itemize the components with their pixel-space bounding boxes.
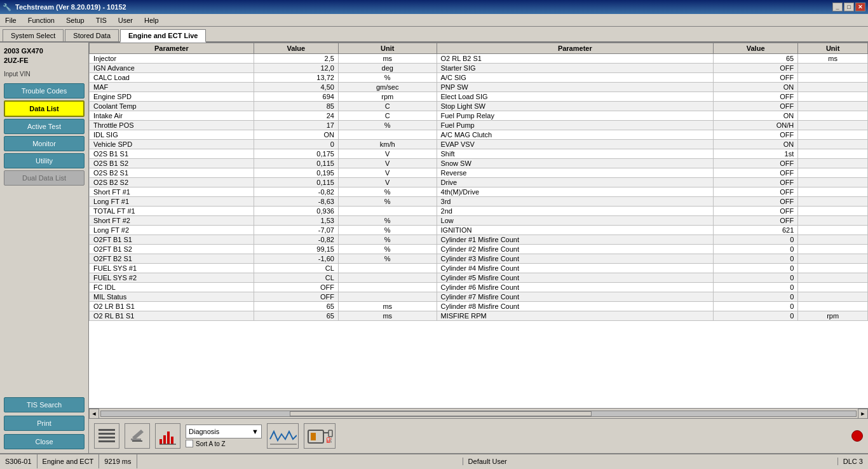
unit2-cell <box>798 168 868 178</box>
unit2-cell <box>798 102 868 111</box>
scroll-right-arrow[interactable]: ► <box>858 409 868 419</box>
param2-cell: EVAP VSV <box>437 140 714 149</box>
svg-rect-14 <box>311 433 316 440</box>
scroll-left-arrow[interactable]: ◄ <box>89 409 99 419</box>
menu-user[interactable]: User <box>116 16 135 25</box>
close-button[interactable]: Close <box>4 434 85 449</box>
table-row: O2FT B1 S299,15%Cylinder #2 Misfire Coun… <box>90 245 868 254</box>
value2-cell: OFF <box>714 207 798 216</box>
tab-system-select[interactable]: System Select <box>3 29 64 41</box>
value1-cell: -1,60 <box>254 254 338 264</box>
value2-cell: 65 <box>714 54 798 64</box>
param1-cell: O2FT B1 S1 <box>90 235 254 245</box>
menu-help[interactable]: Help <box>142 16 161 25</box>
unit1-cell: V <box>338 149 437 159</box>
toolbar-fuel-icon-btn[interactable]: ⛽ <box>304 423 336 449</box>
value1-cell: 0 <box>254 140 338 149</box>
dual-data-list-button: Dual Data List <box>4 170 85 186</box>
toolbar-edit-icon-btn[interactable] <box>125 423 150 449</box>
unit1-cell: V <box>338 168 437 178</box>
menu-function[interactable]: Function <box>25 16 57 25</box>
diagnosis-dropdown[interactable]: Diagnosis ▼ <box>186 425 262 438</box>
value2-cell: OFF <box>714 178 798 187</box>
unit2-cell <box>798 302 868 311</box>
unit2-cell: rpm <box>798 311 868 321</box>
trouble-codes-button[interactable]: Trouble Codes <box>4 83 85 99</box>
unit1-cell: gm/sec <box>338 83 437 92</box>
tab-bar: System Select Stored Data Engine and ECT… <box>0 27 868 43</box>
scroll-track[interactable] <box>100 411 857 417</box>
utility-button[interactable]: Utility <box>4 153 85 168</box>
tab-engine-ect-live[interactable]: Engine and ECT Live <box>120 29 206 43</box>
sidebar-bottom: TIS Search Print Close <box>4 396 85 449</box>
value1-cell: 0,115 <box>254 159 338 168</box>
value1-cell: 1,53 <box>254 216 338 226</box>
value1-cell: OFF <box>254 283 338 292</box>
param1-cell: Long FT #2 <box>90 226 254 235</box>
tab-stored-data[interactable]: Stored Data <box>65 29 119 41</box>
param2-cell: Cylinder #4 Misfire Count <box>437 264 714 273</box>
col-param1: Parameter <box>90 43 254 54</box>
param2-cell: Drive <box>437 178 714 187</box>
data-list-button[interactable]: Data List <box>4 100 85 117</box>
svg-rect-9 <box>167 432 170 444</box>
active-test-button[interactable]: Active Test <box>4 119 85 134</box>
status-code: S306-01 <box>0 454 37 468</box>
fuel-gauge-icon: ⛽ <box>306 426 334 445</box>
value2-cell: OFF <box>714 187 798 197</box>
param1-cell: FUEL SYS #2 <box>90 273 254 283</box>
value2-cell: ON <box>714 140 798 149</box>
unit1-cell: % <box>338 121 437 130</box>
menu-file[interactable]: File <box>3 16 19 25</box>
sort-checkbox[interactable] <box>186 440 193 447</box>
status-dlc: DLC 3 <box>837 458 868 465</box>
unit1-cell: % <box>338 216 437 226</box>
value2-cell: 1st <box>714 149 798 159</box>
param2-cell: Shift <box>437 149 714 159</box>
table-row: Throttle POS17%Fuel PumpON/H <box>90 121 868 130</box>
print-button[interactable]: Print <box>4 416 85 431</box>
param1-cell: MIL Status <box>90 292 254 302</box>
menu-setup[interactable]: Setup <box>64 16 87 25</box>
data-table-container[interactable]: Parameter Value Unit Parameter Value Uni… <box>89 43 868 408</box>
value1-cell: 694 <box>254 92 338 102</box>
param1-cell: Coolant Temp <box>90 102 254 111</box>
svg-rect-8 <box>163 435 166 444</box>
table-row: Long FT #1-8,63%3rdOFF <box>90 197 868 207</box>
param1-cell: O2 LR B1 S1 <box>90 302 254 311</box>
maximize-button[interactable]: □ <box>844 3 854 11</box>
unit2-cell: ms <box>798 54 868 64</box>
toolbar-list-icon-btn[interactable] <box>94 423 119 449</box>
unit2-cell <box>798 178 868 187</box>
param1-cell: O2S B1 S2 <box>90 159 254 168</box>
horizontal-scrollbar[interactable]: ◄ ► <box>89 408 868 418</box>
param1-cell: O2FT B2 S1 <box>90 254 254 264</box>
status-indicator-light <box>851 430 863 442</box>
main-content: 2003 GX470 2UZ-FE Input VIN Trouble Code… <box>0 43 868 453</box>
param2-cell: Cylinder #5 Misfire Count <box>437 273 714 283</box>
param1-cell: IDL SIG <box>90 130 254 140</box>
minimize-button[interactable]: _ <box>832 3 843 11</box>
param2-cell: Cylinder #6 Misfire Count <box>437 283 714 292</box>
scroll-thumb[interactable] <box>290 411 592 416</box>
unit1-cell <box>338 264 437 273</box>
unit1-cell <box>338 207 437 216</box>
value2-cell: OFF <box>714 73 798 83</box>
param2-cell: MISFIRE RPM <box>437 311 714 321</box>
input-vin-label: Input VIN <box>4 71 85 78</box>
menu-tis[interactable]: TIS <box>93 16 109 25</box>
toolbar-graph-icon-btn[interactable] <box>155 423 180 449</box>
tis-search-button[interactable]: TIS Search <box>4 397 85 412</box>
value2-cell: OFF <box>714 130 798 140</box>
value1-cell: 85 <box>254 102 338 111</box>
unit2-cell <box>798 197 868 207</box>
table-row: O2S B1 S20,115VSnow SWOFF <box>90 159 868 168</box>
close-window-button[interactable]: ✕ <box>855 3 865 11</box>
value2-cell: OFF <box>714 64 798 73</box>
unit2-cell <box>798 64 868 73</box>
unit1-cell <box>338 273 437 283</box>
unit1-cell: ms <box>338 311 437 321</box>
param2-cell: 2nd <box>437 207 714 216</box>
toolbar-wave-icon-btn[interactable] <box>267 423 299 449</box>
monitor-button[interactable]: Monitor <box>4 136 85 151</box>
